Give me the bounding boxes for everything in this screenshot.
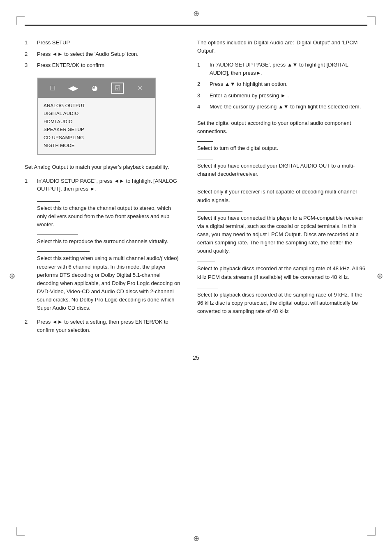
corner-bl	[16, 527, 25, 536]
right-sub-line-3	[197, 185, 227, 185]
menu-box: □ ◀▶ ◕ ☑ ✕ ANALOG OUTPUT DIGITAL AUDIO H…	[37, 78, 156, 155]
step-2: 2 Press ◄► to select the 'Audio Setup' i…	[25, 50, 181, 58]
right-sub-item-pcm: Select if you have connected this player…	[197, 211, 367, 255]
sub-item-multichannel: Select this setting when using a multi c…	[37, 251, 181, 312]
right-sub-item-multichannel: Select if you have connected your DIGITA…	[197, 159, 367, 178]
menu-icon-tv: □	[51, 84, 55, 92]
analog-output-desc: Set Analog Output to match your player's…	[25, 163, 181, 171]
menu-box-items: ANALOG OUTPUT DIGITAL AUDIO HDMI AUDIO S…	[38, 98, 155, 154]
sub-item-line-3	[37, 251, 90, 252]
page-number: 25	[25, 354, 367, 361]
menu-icon-check: ☑	[111, 83, 124, 94]
corner-br	[367, 527, 376, 536]
menu-item-1: ANALOG OUTPUT	[44, 102, 150, 110]
right-sub-line-2	[197, 159, 213, 159]
analog-step-1: 1 In'AUDIO SETUP PAGE", press ◄► to high…	[25, 177, 181, 193]
digital-steps: 1 In 'AUDIO SETUP PAGE', press ▲▼ to hig…	[197, 61, 367, 111]
reg-mark-top: ⊕	[193, 9, 199, 18]
step-1: 1 Press SETUP	[25, 39, 181, 47]
reg-mark-right: ⊕	[377, 271, 383, 281]
right-sub-item-48khz: Select to playback discs recorded at the…	[197, 262, 367, 281]
digital-step-1: 1 In 'AUDIO SETUP PAGE', press ▲▼ to hig…	[197, 61, 367, 77]
corner-tl	[16, 16, 25, 25]
corner-tr	[367, 16, 376, 25]
step-3: 3 Press ENTER/OK to confirm	[25, 61, 181, 69]
right-sub-line-1	[197, 141, 213, 142]
menu-icon-audio: ◀▶	[68, 84, 78, 92]
menu-icon-x: ✕	[137, 84, 143, 92]
analog-steps: 1 In'AUDIO SETUP PAGE", press ◄► to high…	[25, 177, 181, 193]
right-sub-item-receiver: Select only if your receiver is not capa…	[197, 185, 367, 204]
top-rule	[25, 25, 367, 26]
digital-step-3: 3 Enter a submenu by pressing ► .	[197, 92, 367, 100]
right-sub-item-9khz: Select to playback discs recorded at the…	[197, 288, 367, 315]
digital-audio-intro: The options included in Digital Audio ar…	[197, 39, 367, 55]
main-content: 1 Press SETUP 2 Press ◄► to select the '…	[25, 39, 367, 342]
sub-item-line-2	[37, 235, 78, 235]
right-sub-line-5	[197, 262, 215, 262]
menu-item-2: DIGITAL AUDIO	[44, 110, 150, 118]
sub-item-surround: Select this to reproduce the surround ch…	[37, 235, 181, 246]
right-column: The options included in Digital Audio ar…	[197, 39, 367, 342]
analog-step-2: 2 Press ◄► to select a setting, then pre…	[25, 318, 181, 334]
digital-output-header: Set the digital output according to your…	[197, 119, 367, 136]
analog-step2-list: 2 Press ◄► to select a setting, then pre…	[25, 318, 181, 334]
menu-item-6: NIGTH MODE	[44, 142, 150, 150]
right-sub-line-6	[197, 288, 218, 288]
sub-item-line-1	[37, 201, 60, 202]
setup-steps: 1 Press SETUP 2 Press ◄► to select the '…	[25, 39, 181, 69]
menu-item-5: CD UPSAMPLING	[44, 134, 150, 142]
menu-item-3: HDMI AUDIO	[44, 118, 150, 126]
right-sub-line-4	[197, 211, 242, 212]
menu-box-header: □ ◀▶ ◕ ☑ ✕	[38, 78, 155, 98]
left-column: 1 Press SETUP 2 Press ◄► to select the '…	[25, 39, 181, 342]
menu-item-4: SPEAKER SETUP	[44, 126, 150, 134]
digital-step-2: 2 Press ▲▼ to highlight an option.	[197, 80, 367, 88]
sub-item-stereo: Select this to change the channel output…	[37, 201, 181, 229]
menu-icon-settings: ◕	[92, 84, 98, 92]
digital-step-4: 4 Move the cursor by pressing ▲▼ to high…	[197, 103, 367, 111]
page: ⊕ ⊕ ⊕ ⊕ 1 Press SETUP 2 Press ◄► to sele…	[0, 0, 392, 552]
reg-mark-left: ⊕	[9, 271, 15, 281]
right-sub-item-off: Select to turn off the digital output.	[197, 141, 367, 152]
reg-mark-bottom: ⊕	[193, 534, 199, 543]
